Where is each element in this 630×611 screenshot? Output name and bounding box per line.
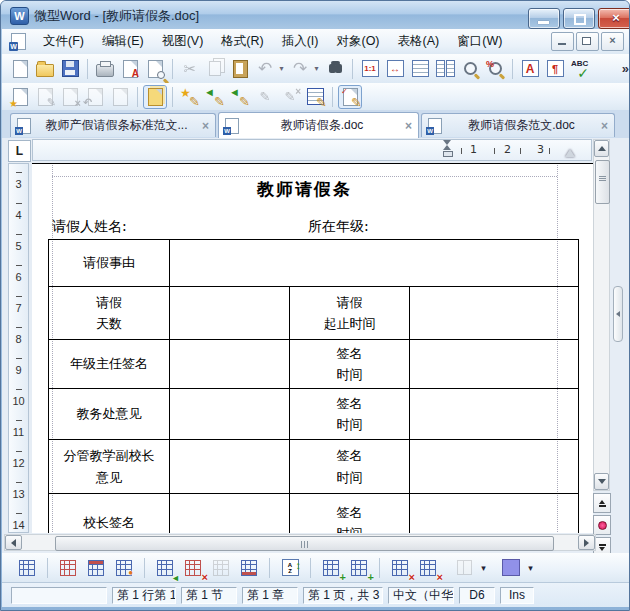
menu-file[interactable]: 文件(F) xyxy=(34,30,93,53)
new-note-button[interactable]: ★ xyxy=(9,86,31,108)
notebook-button[interactable]: ✎ xyxy=(304,86,326,108)
cell-value[interactable] xyxy=(409,494,578,533)
tab-close-icon[interactable]: × xyxy=(601,119,608,133)
zoom-button[interactable] xyxy=(459,58,481,80)
whole-page-button[interactable] xyxy=(409,58,431,80)
indent-marker[interactable] xyxy=(443,140,452,156)
redo-dropdown[interactable]: ▾ xyxy=(312,64,321,73)
close-button[interactable]: × xyxy=(598,8,630,29)
sort-button[interactable]: AZ↕ xyxy=(279,557,301,579)
side-panel-grip[interactable] xyxy=(613,286,623,342)
stacked-pages-button[interactable] xyxy=(144,86,166,108)
insert-row-button[interactable]: + xyxy=(320,557,342,579)
menu-table[interactable]: 表格(A) xyxy=(389,30,449,53)
save-button[interactable] xyxy=(59,58,81,80)
new-document-button[interactable] xyxy=(9,58,31,80)
cell-vice-principal-label[interactable]: 分管教学副校长 意见 xyxy=(49,440,169,493)
spell-check-button[interactable]: ABC✓ xyxy=(569,58,591,80)
insert-cells-button[interactable]: ◄ xyxy=(154,557,176,579)
merge-cells-button[interactable] xyxy=(453,557,475,579)
menu-object[interactable]: 对象(O) xyxy=(327,30,388,53)
revision-mode-button[interactable]: ✓✎ xyxy=(339,86,361,108)
cell-value[interactable] xyxy=(169,389,289,439)
menu-insert[interactable]: 插入(I) xyxy=(273,30,328,53)
delete-cells-button[interactable]: × xyxy=(182,557,204,579)
page-width-button[interactable]: ↔ xyxy=(384,58,406,80)
right-indent-marker[interactable] xyxy=(565,149,575,157)
export-pdf-button[interactable]: A xyxy=(119,58,141,80)
cell-sign-time-label[interactable]: 签名 时间 xyxy=(289,389,409,439)
cell-sign-time-label[interactable]: 签名 时间 xyxy=(289,440,409,493)
cell-period-label[interactable]: 请假 起止时间 xyxy=(289,287,409,339)
mdi-restore-button[interactable] xyxy=(576,32,599,51)
scroll-up-button[interactable] xyxy=(594,140,609,157)
cut-button[interactable]: ✂ xyxy=(179,58,201,80)
scroll-left-button[interactable] xyxy=(5,535,22,550)
insert-column-button[interactable]: + xyxy=(348,557,370,579)
previous-page-button[interactable] xyxy=(593,493,611,513)
cell-value[interactable] xyxy=(169,440,289,493)
table-footer-button[interactable] xyxy=(238,557,260,579)
table-borders-button[interactable] xyxy=(57,557,79,579)
vertical-scrollbar[interactable] xyxy=(593,139,610,491)
cell-grade-director-label[interactable]: 年级主任签名 xyxy=(49,340,169,388)
vertical-scroll-thumb[interactable] xyxy=(595,160,610,204)
shading-color-button[interactable] xyxy=(500,557,522,579)
tab-document-3[interactable]: W 教师请假条范文.doc × xyxy=(421,113,615,137)
cell-reason-label[interactable]: 请假事由 xyxy=(49,240,169,286)
tab-close-icon[interactable]: × xyxy=(202,119,209,133)
formatting-marks-button[interactable]: ¶ xyxy=(544,58,566,80)
cell-days-label[interactable]: 请假 天数 xyxy=(49,287,169,339)
two-pages-button[interactable] xyxy=(434,58,456,80)
mdi-close-button[interactable]: × xyxy=(601,32,624,51)
insert-table-button[interactable] xyxy=(16,557,38,579)
tab-stop-selector[interactable]: L xyxy=(8,140,31,162)
toolbar-overflow-button[interactable]: » xyxy=(622,61,629,76)
browse-object-button[interactable] xyxy=(593,515,611,535)
cell-sign-time-label[interactable]: 签名 时间 xyxy=(289,340,409,388)
cell-principal-label[interactable]: 校长签名 xyxy=(49,494,169,533)
tab-document-1[interactable]: W 教师产假请假条标准范文... × xyxy=(10,113,216,137)
zoom-100-button[interactable]: 1:1 xyxy=(359,58,381,80)
delete-column-button[interactable]: × xyxy=(417,557,439,579)
shading-color-dropdown[interactable]: ▾ xyxy=(526,563,535,573)
split-table-button[interactable] xyxy=(210,557,232,579)
scroll-down-button[interactable] xyxy=(594,473,609,490)
cell-days-value[interactable] xyxy=(169,287,289,339)
cell-value[interactable] xyxy=(169,494,289,533)
undo-button[interactable]: ↶ xyxy=(254,58,276,80)
cell-period-value[interactable] xyxy=(409,287,578,339)
zoom-percent-button[interactable]: % xyxy=(484,58,506,80)
cell-value[interactable] xyxy=(409,389,578,439)
menu-format[interactable]: 格式(R) xyxy=(212,30,272,53)
find-button[interactable] xyxy=(324,58,346,80)
cancel-edit-button[interactable]: ✎× xyxy=(279,86,301,108)
edit-note-button[interactable]: ✎ xyxy=(34,86,56,108)
font-color-button[interactable]: A xyxy=(519,58,541,80)
leave-form-table[interactable]: 请假事由 请假 天数 请假 起止时间 年级主任签名 签名 时间 教务处意见 签名… xyxy=(48,239,579,533)
cell-reason-value[interactable] xyxy=(169,240,578,286)
scroll-right-button[interactable] xyxy=(578,535,595,550)
menu-view[interactable]: 视图(V) xyxy=(153,30,213,53)
delete-note-button[interactable]: × xyxy=(59,86,81,108)
cell-sign-time-label[interactable]: 签名 时间 xyxy=(289,494,409,533)
horizontal-scrollbar[interactable] xyxy=(4,534,596,551)
tab-document-2-active[interactable]: W 教师请假条.doc × xyxy=(218,112,419,138)
print-preview-button[interactable] xyxy=(144,58,166,80)
continue-edit-button[interactable]: ◄✎ xyxy=(229,86,251,108)
favorite-edit-button[interactable]: ★✎ xyxy=(179,86,201,108)
minimize-button[interactable] xyxy=(528,8,560,29)
cell-dean-office-label[interactable]: 教务处意见 xyxy=(49,389,169,439)
merge-cells-dropdown[interactable]: ▾ xyxy=(479,563,488,573)
import-note-button[interactable]: ↶ xyxy=(84,86,106,108)
open-button[interactable] xyxy=(34,58,56,80)
quick-edit-button[interactable]: ◄✎ xyxy=(204,86,226,108)
print-button[interactable] xyxy=(94,58,116,80)
undo-dropdown[interactable]: ▾ xyxy=(277,64,286,73)
table-header-button[interactable] xyxy=(85,557,107,579)
cell-value[interactable] xyxy=(169,340,289,388)
menu-edit[interactable]: 编辑(E) xyxy=(93,30,153,53)
horizontal-scroll-thumb[interactable] xyxy=(55,536,554,551)
mdi-minimize-button[interactable] xyxy=(551,32,574,51)
maximize-button[interactable] xyxy=(563,8,595,29)
